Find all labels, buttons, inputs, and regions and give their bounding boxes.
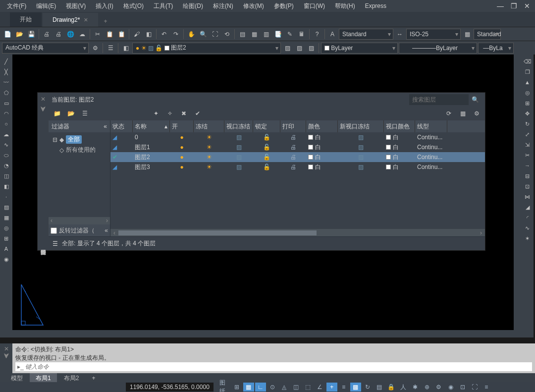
menu-insert[interactable]: 插入(I) [91, 2, 118, 10]
menu-dim[interactable]: 标注(N) [208, 2, 238, 10]
polar-toggle[interactable]: ⊙ [267, 383, 278, 392]
open-icon[interactable]: 📂 [14, 29, 25, 40]
restore-button[interactable]: ❐ [508, 2, 520, 10]
nvpfreeze-icon[interactable]: ▨ [358, 134, 364, 141]
search-icon[interactable]: 🔍 [469, 96, 482, 103]
customize-icon[interactable]: ≡ [481, 383, 492, 392]
scroll-left-icon[interactable]: ‹ [51, 217, 53, 224]
table-style-select[interactable]: Standard [474, 29, 501, 40]
annotation-autoscale-icon[interactable]: ⊕ [422, 383, 432, 392]
publish-icon[interactable]: 🌐 [65, 29, 76, 40]
bulb-icon[interactable]: ● [180, 164, 183, 170]
explode-tool[interactable]: ✶ [523, 233, 533, 243]
minimize-button[interactable]: — [494, 2, 507, 10]
isolate-icon[interactable]: ⊡ [457, 383, 468, 392]
table-tool[interactable]: ⊞ [1, 233, 11, 243]
printer-icon[interactable]: 🖨 [290, 134, 296, 141]
col-status[interactable]: 状态 [110, 120, 133, 132]
save-icon[interactable]: 💾 [26, 29, 37, 40]
panel-handle[interactable]: ✕ ⮟ 图层特性管理器 [38, 93, 49, 250]
vpcolor-swatch[interactable] [386, 155, 391, 160]
blend-tool[interactable]: ∿ [523, 223, 533, 233]
sun-icon[interactable]: ☀ [207, 144, 212, 151]
layer-row[interactable]: ◢0●☀▨🔓🖨白▨白Continu... [110, 132, 485, 142]
vertical-scrollbar[interactable] [514, 55, 521, 337]
invert-filter-checkbox[interactable] [51, 227, 57, 234]
menu-file[interactable]: 文件(F) [2, 2, 31, 10]
line-tool[interactable]: ╱ [1, 56, 11, 66]
col-on[interactable]: 开 [170, 120, 194, 132]
bulb-icon[interactable]: ● [180, 154, 183, 161]
layer-row[interactable]: ◢图层3●☀▨🔓🖨白▨白Continu... [110, 162, 485, 172]
layer-manager-icon[interactable]: ◧ [120, 43, 131, 54]
hatch-tool[interactable]: ▨ [1, 202, 11, 212]
undo-icon[interactable]: ↶ [159, 29, 169, 40]
fillet-tool[interactable]: ◜ [523, 213, 533, 223]
sun-icon[interactable]: ☀ [207, 164, 212, 170]
vpcolor-swatch[interactable] [386, 165, 391, 169]
panel-pin-icon[interactable]: ⮟ [40, 106, 46, 112]
redo-icon[interactable]: ↷ [170, 29, 181, 40]
ortho-toggle[interactable]: ∟ [255, 383, 266, 392]
annotation-visibility-icon[interactable]: ✱ [410, 383, 421, 392]
paper-space-button[interactable]: 图纸 [219, 383, 230, 392]
lock-icon[interactable]: 🔓 [263, 164, 270, 170]
arc-tool[interactable]: ◠ [1, 109, 11, 118]
annotation-scale-icon[interactable]: 人 [398, 383, 409, 392]
rotate-tool[interactable]: ↻ [523, 119, 533, 129]
layer-row[interactable]: ◢图层1●☀▨🔓🖨白▨白Continu... [110, 142, 485, 152]
layer-row[interactable]: ✔图层2●☀▨🔓🖨白▨白Continu... [110, 152, 485, 162]
lineweight-select[interactable]: — ByLa [478, 43, 514, 54]
col-color[interactable]: 颜色 [306, 120, 338, 132]
cmd-close-icon[interactable]: ✕ [4, 345, 9, 352]
menu-tools[interactable]: 工具(T) [149, 2, 178, 10]
sheet-set-icon[interactable]: 📑 [272, 29, 283, 40]
filter-used[interactable]: ◇所有使用的 [51, 145, 108, 155]
close-tab-icon[interactable]: × [84, 16, 88, 24]
hscroll-thumb[interactable] [118, 230, 317, 235]
tab-drawing2[interactable]: Drawing2* × [43, 13, 98, 27]
workspace-select[interactable]: AutoCAD 经典 [2, 43, 89, 54]
tab-start[interactable]: 开始 [10, 12, 42, 27]
menu-format[interactable]: 格式(O) [118, 2, 149, 10]
trim-tool[interactable]: ✂ [523, 150, 533, 160]
lwt-toggle[interactable]: ≡ [338, 383, 349, 392]
close-button[interactable]: ✕ [521, 2, 533, 10]
pan-icon[interactable]: ✋ [186, 29, 197, 40]
add-tab-button[interactable]: + [99, 16, 112, 27]
snap-toggle[interactable]: ▦ [243, 383, 254, 392]
bulb-icon[interactable]: ● [180, 144, 183, 151]
stretch-tool[interactable]: ⇲ [523, 140, 533, 150]
workspace-settings-icon[interactable]: ⚙ [90, 43, 101, 54]
paste-icon[interactable]: 📋 [116, 29, 127, 40]
zoom-window-icon[interactable]: ⛶ [210, 29, 220, 40]
point-tool[interactable]: · [1, 192, 11, 202]
xline-tool[interactable]: ╳ [1, 67, 11, 77]
coordinates[interactable]: 1196.0149, -536.5165, 0.0000 [126, 383, 214, 392]
menu-edit[interactable]: 编辑(E) [31, 2, 61, 10]
circle-tool[interactable]: ○ [1, 119, 11, 129]
collapse-filter-icon[interactable]: « [104, 123, 107, 130]
help-icon[interactable]: ? [312, 29, 322, 40]
new-layer-icon[interactable]: ✦ [151, 108, 161, 119]
cut-icon[interactable]: ✂ [92, 29, 103, 40]
vpfreeze-icon[interactable]: ▨ [236, 144, 242, 151]
sun-icon[interactable]: ☀ [207, 154, 212, 161]
tool-palettes-icon[interactable]: ▥ [261, 29, 271, 40]
linetype[interactable]: Continu... [415, 154, 447, 161]
nvpfreeze-icon[interactable]: ▨ [358, 164, 364, 170]
vpcolor-swatch[interactable] [386, 135, 391, 140]
cmd-pin-icon[interactable]: ⮟ [3, 352, 9, 359]
delete-layer-icon[interactable]: ✖ [178, 108, 189, 119]
menu-modify[interactable]: 修改(M) [238, 2, 269, 10]
layer-states-icon[interactable]: ▨ [294, 43, 305, 54]
match-prop-icon[interactable]: 🖌 [131, 29, 142, 40]
print-icon[interactable]: 🖨 [41, 29, 52, 40]
cloud-icon[interactable]: ☁ [77, 29, 88, 40]
linetype-select[interactable]: ———— ByLayer [399, 43, 477, 54]
col-vpfreeze[interactable]: 视口冻结 [224, 120, 253, 132]
isodraft-toggle[interactable]: ◬ [279, 383, 290, 392]
collapse-icon[interactable]: « [105, 227, 108, 234]
text-style-icon[interactable]: A [327, 29, 338, 40]
ellipse-tool[interactable]: ⬭ [1, 150, 11, 160]
